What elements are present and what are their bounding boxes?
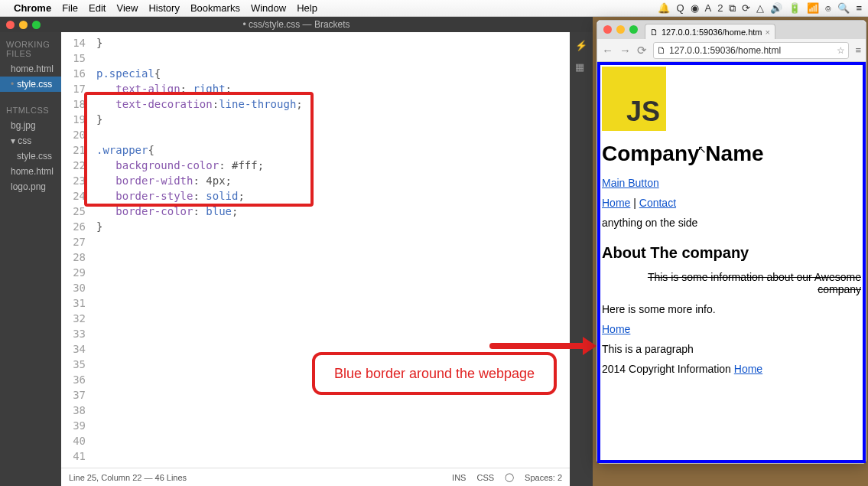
- menu-edit[interactable]: Edit: [89, 2, 106, 14]
- menu-view[interactable]: View: [116, 2, 138, 14]
- brackets-editor: 14 15 16 17 18 19 20 21 22 23 24 25 26 2…: [61, 32, 570, 486]
- menu-file[interactable]: File: [62, 2, 78, 14]
- mac-menubar: Chrome File Edit View History Bookmarks …: [0, 0, 868, 17]
- special-paragraph: This is some information about our Aweso…: [602, 271, 861, 295]
- adobe-icon[interactable]: A: [705, 2, 712, 15]
- chrome-menu-icon[interactable]: ≡: [855, 44, 861, 56]
- status-cursor: Line 25, Column 22 — 46 Lines: [69, 473, 187, 482]
- brackets-sidebar: Working Files home.html •style.css htmlc…: [0, 32, 61, 486]
- footer-home-link[interactable]: Home: [734, 363, 762, 375]
- q-icon[interactable]: Q: [676, 2, 684, 15]
- brackets-traffic-lights[interactable]: [6, 21, 41, 29]
- close-tab-icon[interactable]: ×: [765, 28, 769, 37]
- main-button-link[interactable]: Main Button: [602, 177, 659, 189]
- status-ins[interactable]: INS: [452, 473, 466, 482]
- volume-icon[interactable]: 🔊: [770, 2, 782, 15]
- menu-icon[interactable]: ≡: [856, 2, 862, 15]
- reload-button[interactable]: ⟳: [637, 44, 647, 57]
- close-icon[interactable]: [6, 21, 15, 29]
- code-area[interactable]: 14 15 16 17 18 19 20 21 22 23 24 25 26 2…: [61, 32, 570, 468]
- tab-title: 127.0.0.1:59036/home.htm: [662, 28, 762, 37]
- working-file-home[interactable]: home.html: [0, 61, 61, 77]
- close-icon[interactable]: [603, 25, 612, 34]
- code-lines[interactable]: } p.special{ text-align: right; text-dec…: [92, 32, 570, 468]
- live-preview-icon[interactable]: ⚡: [575, 40, 587, 52]
- menu-help[interactable]: Help: [297, 2, 317, 14]
- brackets-window: • css/style.css — Brackets Working Files…: [0, 17, 593, 486]
- menu-history[interactable]: History: [148, 2, 179, 14]
- chrome-toolbar: ← → ⟳ 🗋 127.0.0.1:59036/home.html ☆ ≡: [597, 39, 866, 62]
- extensions-icon[interactable]: ▦: [575, 61, 587, 73]
- status-circle[interactable]: ◯: [505, 472, 514, 482]
- menubar-app[interactable]: Chrome: [14, 2, 51, 14]
- about-heading: About The company: [602, 244, 861, 262]
- tree-bg[interactable]: bg.jpg: [0, 118, 61, 133]
- minimize-icon[interactable]: [19, 21, 28, 29]
- project-header[interactable]: htmlcss: [0, 103, 61, 118]
- line-gutter: 14 15 16 17 18 19 20 21 22 23 24 25 26 2…: [61, 32, 92, 468]
- working-file-style[interactable]: •style.css: [0, 77, 61, 92]
- minimize-icon[interactable]: [616, 25, 625, 34]
- bookmark-star-icon[interactable]: ☆: [837, 45, 845, 56]
- chrome-tab[interactable]: 🗋 127.0.0.1:59036/home.htm ×: [645, 24, 775, 39]
- chrome-window: 🗋 127.0.0.1:59036/home.htm × ← → ⟳ 🗋 127…: [597, 20, 866, 464]
- num-icon[interactable]: 2: [717, 2, 723, 15]
- chrome-viewport: JS Company Name Main Button Home | Conta…: [597, 62, 866, 463]
- working-files-header: Working Files: [0, 37, 61, 61]
- wifi-icon[interactable]: 📶: [807, 2, 819, 15]
- page-icon: 🗋: [657, 45, 666, 56]
- tree-home[interactable]: home.html: [0, 164, 61, 179]
- drive-icon[interactable]: △: [756, 2, 764, 15]
- page-wrapper: JS Company Name Main Button Home | Conta…: [597, 62, 866, 463]
- bell-icon[interactable]: 🔔: [658, 2, 670, 15]
- back-button[interactable]: ←: [602, 44, 613, 57]
- brackets-title: • css/style.css — Brackets: [242, 19, 349, 30]
- footer: 2014 Copyright Information Home: [602, 363, 861, 375]
- chrome-traffic-lights[interactable]: [603, 25, 638, 34]
- nav-links: Home | Contact: [602, 197, 861, 209]
- home-link[interactable]: Home: [602, 323, 630, 335]
- forward-button[interactable]: →: [619, 44, 631, 57]
- url-input[interactable]: 🗋 127.0.0.1:59036/home.html ☆: [653, 42, 849, 59]
- page-title: Company Name: [602, 142, 861, 166]
- zoom-icon[interactable]: [629, 25, 638, 34]
- tree-style[interactable]: style.css: [0, 148, 61, 164]
- bluetooth-icon[interactable]: ⌾: [825, 2, 831, 15]
- zoom-icon[interactable]: [32, 21, 41, 29]
- tree-css-folder[interactable]: ▾ css: [0, 133, 61, 148]
- more-info: Here is some more info.: [602, 303, 861, 315]
- status-spaces[interactable]: Spaces: 2: [525, 473, 562, 482]
- status-lang[interactable]: CSS: [476, 473, 494, 482]
- sync-icon[interactable]: ⟳: [742, 2, 750, 15]
- nav-contact-link[interactable]: Contact: [639, 197, 676, 209]
- evernote-icon[interactable]: ◉: [691, 2, 699, 15]
- chrome-tabstrip: 🗋 127.0.0.1:59036/home.htm ×: [597, 21, 866, 39]
- menu-bookmarks[interactable]: Bookmarks: [190, 2, 240, 14]
- aside-text: anything on the side: [602, 217, 861, 229]
- annotation-label: Blue border around the webpage: [334, 366, 535, 382]
- page-icon: 🗋: [650, 28, 658, 37]
- url-text: 127.0.0.1:59036/home.html: [669, 45, 781, 56]
- tree-logo[interactable]: logo.png: [0, 179, 61, 194]
- annotation-callout: Blue border around the webpage: [312, 352, 557, 395]
- paragraph: This is a paragraph: [602, 343, 861, 355]
- nav-home-link[interactable]: Home: [602, 197, 630, 209]
- brackets-titlebar: • css/style.css — Brackets: [0, 17, 593, 32]
- menubar-tray: 🔔 Q ◉ A 2 ⧉ ⟳ △ 🔊 🔋 📶 ⌾ 🔍 ≡: [658, 2, 862, 15]
- search-icon[interactable]: 🔍: [837, 2, 850, 15]
- js-logo: JS: [602, 67, 666, 131]
- battery-icon[interactable]: 🔋: [788, 2, 801, 15]
- dropbox-icon[interactable]: ⧉: [729, 2, 736, 15]
- annotation-arrow: [489, 337, 597, 352]
- menu-window[interactable]: Window: [251, 2, 286, 14]
- brackets-statusbar: Line 25, Column 22 — 46 Lines INS CSS ◯ …: [61, 468, 570, 486]
- brackets-right-rail: ⚡ ▦: [570, 32, 593, 486]
